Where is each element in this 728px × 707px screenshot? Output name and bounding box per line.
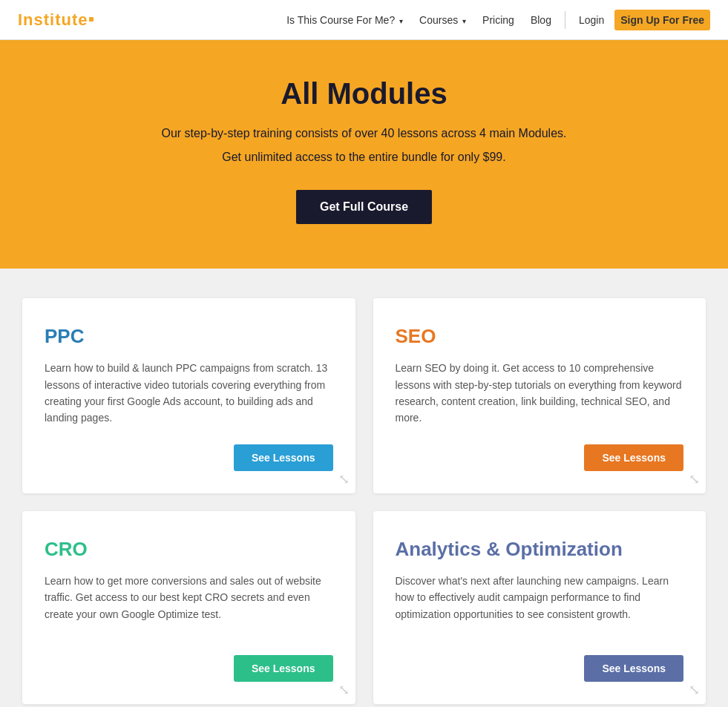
module-card-ppc: PPC Learn how to build & launch PPC camp… (22, 298, 355, 493)
module-card-seo: SEO Learn SEO by doing it. Get access to… (373, 298, 706, 493)
resize-icon: ⤡ (338, 471, 350, 487)
module-footer-ppc: See Lessons (45, 444, 333, 471)
module-footer-cro: See Lessons (45, 655, 333, 682)
navbar: Institute Is This Course For Me? ▾ Cours… (0, 0, 728, 40)
see-lessons-ppc-button[interactable]: See Lessons (234, 444, 333, 471)
hero-title: All Modules (15, 77, 713, 111)
login-link[interactable]: Login (573, 10, 610, 30)
hero-desc2: Get unlimited access to the entire bundl… (15, 148, 713, 167)
site-logo[interactable]: Institute (18, 10, 94, 30)
resize-icon: ⤡ (689, 682, 700, 698)
module-footer-seo: See Lessons (396, 444, 684, 471)
resize-icon: ⤡ (338, 682, 350, 698)
nav-blog[interactable]: Blog (525, 10, 557, 30)
nav-courses[interactable]: Courses ▾ (413, 10, 472, 30)
nav-links: Is This Course For Me? ▾ Courses ▾ Prici… (281, 10, 710, 30)
chevron-down-icon: ▾ (399, 17, 403, 25)
module-title-cro: CRO (45, 538, 333, 561)
module-title-analytics: Analytics & Optimization (396, 538, 684, 561)
see-lessons-seo-button[interactable]: See Lessons (584, 444, 683, 471)
modules-grid: PPC Learn how to build & launch PPC camp… (22, 298, 706, 704)
signup-button[interactable]: Sign Up For Free (614, 10, 710, 30)
module-desc-ppc: Learn how to build & launch PPC campaign… (45, 360, 333, 427)
get-full-course-button[interactable]: Get Full Course (296, 190, 432, 224)
nav-pricing[interactable]: Pricing (476, 10, 520, 30)
chevron-down-icon: ▾ (462, 17, 466, 25)
hero-desc1: Our step-by-step training consists of ov… (15, 124, 713, 143)
nav-divider (565, 11, 565, 29)
see-lessons-analytics-button[interactable]: See Lessons (584, 655, 683, 682)
module-desc-seo: Learn SEO by doing it. Get access to 10 … (396, 360, 684, 427)
module-card-cro: CRO Learn how to get more conversions an… (22, 511, 355, 704)
module-desc-analytics: Discover what's next after launching new… (396, 573, 684, 637)
module-desc-cro: Learn how to get more conversions and sa… (45, 573, 333, 637)
module-title-ppc: PPC (45, 325, 333, 348)
hero-section: All Modules Our step-by-step training co… (0, 40, 728, 269)
see-lessons-cro-button[interactable]: See Lessons (234, 655, 333, 682)
module-footer-analytics: See Lessons (396, 655, 684, 682)
modules-section: PPC Learn how to build & launch PPC camp… (0, 269, 728, 707)
resize-icon: ⤡ (689, 471, 700, 487)
module-card-analytics: Analytics & Optimization Discover what's… (373, 511, 706, 704)
module-title-seo: SEO (396, 325, 684, 348)
nav-course-for-me[interactable]: Is This Course For Me? ▾ (281, 10, 409, 30)
